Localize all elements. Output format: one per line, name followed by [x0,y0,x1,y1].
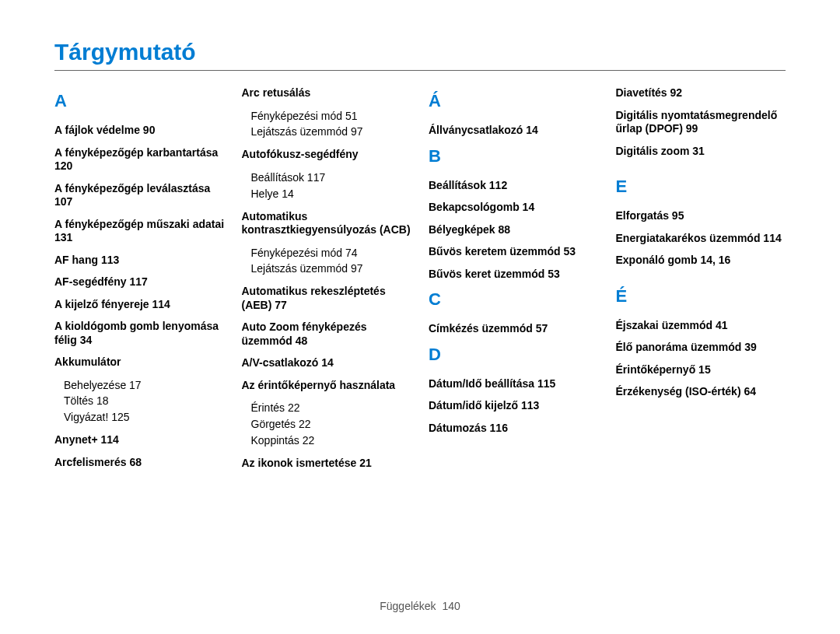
index-entry: Az érintőképernyő használata [242,379,412,393]
index-entry: A kijelző fényereje 114 [54,298,225,312]
index-entry: Címkézés üzemmód 57 [429,322,599,336]
index-entry: Dátum/idő kijelző 113 [429,399,599,413]
section-letter: A [54,91,225,111]
column-4: Diavetítés 92Digitális nyomtatásmegrende… [616,86,786,479]
column-1: AA fájlok védelme 90A fényképezőgép karb… [54,86,225,479]
index-entry: A fényképezőgép karbantartása 120 [54,146,225,173]
section-letter: E [616,177,786,197]
index-subentry: Koppintás 22 [251,433,412,448]
column-2: Arc retusálásFényképezési mód 51Lejátszá… [242,86,412,479]
index-entry: Beállítások 112 [429,179,599,193]
index-entry: A kioldógomb gomb lenyomása félig 34 [54,320,225,347]
index-entry: Auto Zoom fényképezés üzemmód 48 [242,321,412,348]
index-entry: Az ikonok ismertetése 21 [242,457,412,471]
index-entry: Érzékenység (ISO-érték) 64 [616,385,786,399]
index-entry: Autofókusz-segédfény [242,148,412,162]
index-entry: Anynet+ 114 [54,433,225,447]
index-entry: Élő panoráma üzemmód 39 [616,341,786,355]
index-subentry: Behelyezése 17 [64,378,225,393]
section-letter: C [429,289,599,310]
index-entry: Bekapcsológomb 14 [429,201,599,215]
index-entry: Állványcsatlakozó 14 [429,124,599,138]
index-subentry: Töltés 18 [64,394,225,408]
index-columns: AA fájlok védelme 90A fényképezőgép karb… [54,86,786,479]
index-entry: A/V-csatlakozó 14 [242,356,412,370]
index-entry: Éjszakai üzemmód 41 [616,319,786,333]
index-entry: AF hang 113 [54,254,225,268]
index-entry: Arcfelismerés 68 [54,456,225,470]
index-entry: AF-segédfény 117 [54,275,225,289]
page-title: Tárgymutató [54,39,786,65]
index-subentry: Fényképezési mód 74 [251,246,412,261]
index-subentry: Helye 14 [251,187,412,201]
index-entry: Automatikus kontrasztkiegyensúlyozás (AC… [242,210,412,237]
index-subentry: Vigyázat! 125 [64,410,225,425]
index-entry: Diavetítés 92 [616,86,786,100]
sub-group: Behelyezése 17Töltés 18Vigyázat! 125 [54,378,225,426]
index-subentry: Beállítások 117 [251,170,412,185]
section-letter: Á [429,91,599,111]
index-entry: Bűvös keret üzemmód 53 [429,268,599,282]
index-entry: Digitális nyomtatásmegrendelő űrlap (DPO… [616,109,786,136]
section-letter: B [429,146,599,166]
index-entry: Dátum/Idő beállítása 115 [429,377,599,391]
index-entry: Exponáló gomb 14, 16 [616,254,786,268]
index-subentry: Lejátszás üzemmód 97 [251,261,412,276]
divider [54,70,786,71]
index-entry: Bélyegképek 88 [429,223,599,237]
sub-group: Fényképezési mód 51Lejátszás üzemmód 97 [242,109,412,140]
index-entry: Érintőképernyő 15 [616,363,786,377]
section-letter: É [616,286,786,306]
footer-page: 140 [442,600,460,612]
index-entry: Energiatakarékos üzemmód 114 [616,232,786,246]
index-subentry: Lejátszás üzemmód 97 [251,124,412,139]
index-entry: Automatikus rekeszléptetés (AEB) 77 [242,285,412,312]
index-entry: Arc retusálás [242,86,412,100]
index-entry: Elforgatás 95 [616,209,786,223]
footer: Függelékek 140 [54,600,786,612]
index-entry: A fényképezőgép műszaki adatai 131 [54,218,225,245]
index-entry: Bűvös keretem üzemmód 53 [429,245,599,259]
sub-group: Érintés 22Görgetés 22Koppintás 22 [242,401,412,448]
index-subentry: Görgetés 22 [251,417,412,432]
column-3: ÁÁllványcsatlakozó 14BBeállítások 112Bek… [429,86,599,479]
index-entry: A fájlok védelme 90 [54,124,225,138]
section-letter: D [429,345,599,365]
index-entry: Akkumulátor [54,356,225,370]
index-subentry: Érintés 22 [251,401,412,415]
sub-group: Beállítások 117Helye 14 [242,170,412,201]
footer-label: Függelékek [380,600,436,612]
index-entry: A fényképezőgép leválasztása 107 [54,182,225,209]
index-entry: Dátumozás 116 [429,422,599,436]
sub-group: Fényképezési mód 74Lejátszás üzemmód 97 [242,246,412,277]
index-entry: Digitális zoom 31 [616,145,786,159]
index-subentry: Fényképezési mód 51 [251,109,412,124]
